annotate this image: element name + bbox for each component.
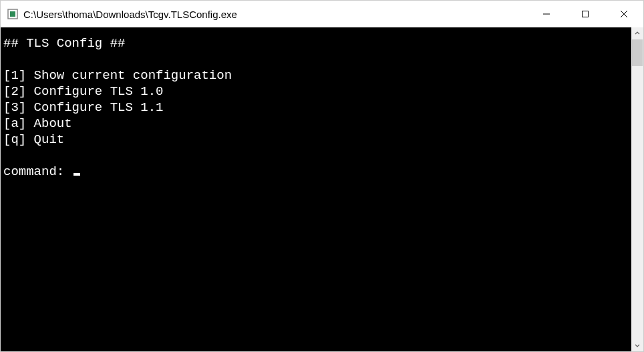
scroll-up-arrow-icon[interactable] [631, 27, 643, 39]
svg-rect-1 [10, 11, 15, 17]
console-output[interactable]: ## TLS Config ##[1] Show current configu… [1, 27, 631, 351]
menu-item-text: [q] Quit [3, 132, 64, 147]
scrollbar-thumb[interactable] [632, 39, 643, 66]
window-controls [527, 1, 643, 27]
console-header: ## TLS Config ## [3, 35, 631, 51]
menu-item: [3] Configure TLS 1.1 [3, 100, 631, 116]
menu-item: [a] About [3, 116, 631, 132]
menu-item: [q] Quit [3, 132, 631, 148]
titlebar[interactable]: C:\Users\thoma\Downloads\Tcgv.TLSConfig.… [1, 1, 643, 27]
scroll-down-arrow-icon[interactable] [631, 339, 643, 351]
vertical-scrollbar[interactable] [631, 27, 643, 351]
window-title: C:\Users\thoma\Downloads\Tcgv.TLSConfig.… [23, 9, 527, 20]
scrollbar-track[interactable] [631, 39, 643, 339]
menu-item: [1] Show current configuration [3, 67, 631, 83]
menu-item-text: [2] Configure TLS 1.0 [3, 84, 163, 99]
app-icon [7, 9, 18, 19]
maximize-button[interactable] [566, 1, 605, 27]
menu-item: [2] Configure TLS 1.0 [3, 83, 631, 100]
cursor-icon [73, 173, 80, 176]
close-button[interactable] [605, 1, 643, 27]
console-area: ## TLS Config ##[1] Show current configu… [1, 27, 643, 351]
menu-item-text: [1] Show current configuration [3, 68, 232, 83]
minimize-button[interactable] [527, 1, 566, 27]
menu-item-text: [3] Configure TLS 1.1 [3, 100, 163, 115]
command-prompt: command: [3, 164, 72, 179]
svg-rect-3 [583, 11, 589, 17]
menu-item-text: [a] About [3, 116, 72, 131]
